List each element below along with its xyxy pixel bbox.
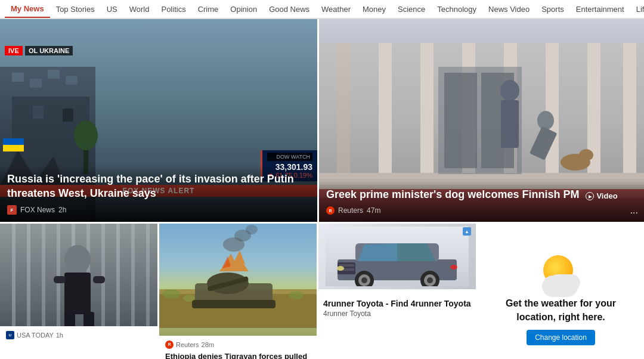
svg-rect-39 <box>379 43 392 174</box>
ad-car-image <box>318 224 476 289</box>
nav-item-crime[interactable]: Crime <box>192 0 225 18</box>
svg-rect-9 <box>48 103 58 116</box>
svg-rect-45 <box>623 43 636 174</box>
svg-rect-83 <box>192 300 275 308</box>
svg-rect-5 <box>66 76 78 85</box>
svg-rect-74 <box>93 276 105 283</box>
svg-point-54 <box>537 111 554 130</box>
svg-point-108 <box>337 266 344 271</box>
svg-point-70 <box>64 245 91 274</box>
story-card-prison[interactable]: U USA TODAY 1h <box>0 224 159 359</box>
svg-rect-63 <box>57 224 60 328</box>
svg-point-91 <box>183 295 195 302</box>
svg-point-52 <box>500 80 519 101</box>
source-name-fox: FOX News <box>20 206 55 214</box>
bottom-stories-row: U USA TODAY 1h <box>0 222 644 359</box>
story-card-ukraine[interactable]: BELARUS RUSSIA CHERNIHIV KHARKIV DNIPRO … <box>0 19 319 222</box>
svg-rect-53 <box>501 100 519 148</box>
story-card-greek[interactable]: Greek prime minister's dog welcomes Finn… <box>319 19 644 222</box>
source-ethiopia: Reuters <box>176 341 199 348</box>
story-source-ethiopia: R Reuters 28m <box>165 341 311 349</box>
svg-rect-43 <box>546 43 559 174</box>
nav-item-my-news[interactable]: My News <box>5 0 50 18</box>
svg-point-101 <box>361 277 367 283</box>
svg-point-104 <box>427 277 433 283</box>
svg-rect-66 <box>101 224 105 328</box>
story-source-greek: R Reuters 47m <box>326 206 637 215</box>
play-icon: ▶ <box>586 192 594 200</box>
change-location-button[interactable]: Change location <box>527 330 595 345</box>
car-graphic <box>326 227 469 286</box>
nav-item-politics[interactable]: Politics <box>155 0 191 18</box>
svg-rect-50 <box>444 73 477 168</box>
nav-item-top-stories[interactable]: Top Stories <box>50 0 101 18</box>
greek-headline-text: Greek prime minister's dog welcomes Finn… <box>326 188 579 200</box>
story-time-ukraine: 2h <box>58 206 66 214</box>
svg-rect-2 <box>12 73 24 82</box>
svg-rect-61 <box>27 224 30 328</box>
svg-point-109 <box>450 265 457 270</box>
ad-text-area: 4runner Toyota - Find 4runner Toyota 4ru… <box>318 289 476 323</box>
story-headline-ukraine: Russia is 'increasing the pace' of its i… <box>7 172 310 200</box>
svg-marker-97 <box>358 243 397 261</box>
nav-item-science[interactable]: Science <box>392 0 431 18</box>
main-content: BELARUS RUSSIA CHERNIHIV KHARKIV DNIPRO … <box>0 19 644 359</box>
svg-rect-3 <box>30 79 42 88</box>
svg-rect-68 <box>131 224 135 328</box>
story-source-prison: U USA TODAY 1h <box>6 331 151 339</box>
more-options-greek[interactable]: ... <box>630 205 638 216</box>
ad-subtitle: 4runner Toyota <box>323 310 471 318</box>
source-name-reuters: Reuters <box>338 206 363 215</box>
weather-widget: Get the weather for your location, right… <box>478 224 644 359</box>
nav-item-sports[interactable]: Sports <box>535 0 570 18</box>
weather-headline: Get the weather for your location, right… <box>485 297 637 324</box>
nav-item-world[interactable]: World <box>123 0 156 18</box>
story-card-ethiopia[interactable]: R Reuters 28m Ethiopia denies Tigrayan f… <box>159 224 318 359</box>
svg-rect-10 <box>63 109 73 122</box>
reuters-logo: R <box>326 206 335 215</box>
ad-badge: ▲ <box>463 227 471 238</box>
nav-item-opinion[interactable]: Opinion <box>224 0 263 18</box>
svg-rect-7 <box>18 106 29 119</box>
svg-rect-62 <box>42 224 45 328</box>
svg-point-88 <box>246 225 258 234</box>
nav-item-technology[interactable]: Technology <box>431 0 482 18</box>
svg-rect-60 <box>12 224 16 328</box>
dow-label: DOW WATCH <box>267 153 312 161</box>
nav-item-news-video[interactable]: News Video <box>482 0 535 18</box>
ukraine-location-label: OL UKRAINE <box>25 46 73 55</box>
nav-item-lifestyle[interactable]: Lifestyle <box>630 0 644 18</box>
top-stories-row: BELARUS RUSSIA CHERNIHIV KHARKIV DNIPRO … <box>0 19 644 222</box>
story-caption-ethiopia: R Reuters 28m Ethiopia denies Tigrayan f… <box>159 336 317 359</box>
nav-item-weather[interactable]: Weather <box>315 0 357 18</box>
story-caption-prison: U USA TODAY 1h <box>0 326 157 359</box>
source-prison: USA TODAY <box>17 332 54 339</box>
ethiopia-scene-graphic <box>159 224 318 328</box>
svg-rect-40 <box>420 43 434 174</box>
story-headline-ethiopia: Ethiopia denies Tigrayan forces pulled o… <box>165 351 311 359</box>
fox-news-logo: F <box>7 205 17 215</box>
svg-point-57 <box>579 149 593 161</box>
story-caption-ukraine: Russia is 'increasing the pace' of its i… <box>0 165 317 222</box>
time-prison: 1h <box>56 332 63 339</box>
nav-item-entertainment[interactable]: Entertainment <box>570 0 630 18</box>
svg-rect-69 <box>146 224 150 328</box>
ad-title: 4runner Toyota - Find 4runner Toyota <box>323 299 471 308</box>
video-label: Video <box>596 191 617 202</box>
usa-today-logo: U <box>6 331 14 339</box>
live-badge: IVE <box>5 46 23 55</box>
svg-rect-72 <box>64 273 91 314</box>
story-time-greek: 47m <box>367 206 380 215</box>
svg-rect-67 <box>116 224 120 328</box>
video-badge: ▶ Video <box>586 191 617 202</box>
nav-item-us[interactable]: US <box>101 0 123 18</box>
navigation-bar: My News Top Stories US World Politics Cr… <box>0 0 644 19</box>
story-caption-greek: Greek prime minister's dog welcomes Finn… <box>319 181 644 222</box>
nav-item-money[interactable]: Money <box>357 0 392 18</box>
ad-icon: ▲ <box>463 227 471 236</box>
ad-card[interactable]: ▲ <box>318 224 478 359</box>
svg-text:▲: ▲ <box>465 229 469 234</box>
nav-item-good-news[interactable]: Good News <box>263 0 315 18</box>
cloud-icon <box>549 274 580 291</box>
story-headline-greek: Greek prime minister's dog welcomes Finn… <box>326 188 637 202</box>
